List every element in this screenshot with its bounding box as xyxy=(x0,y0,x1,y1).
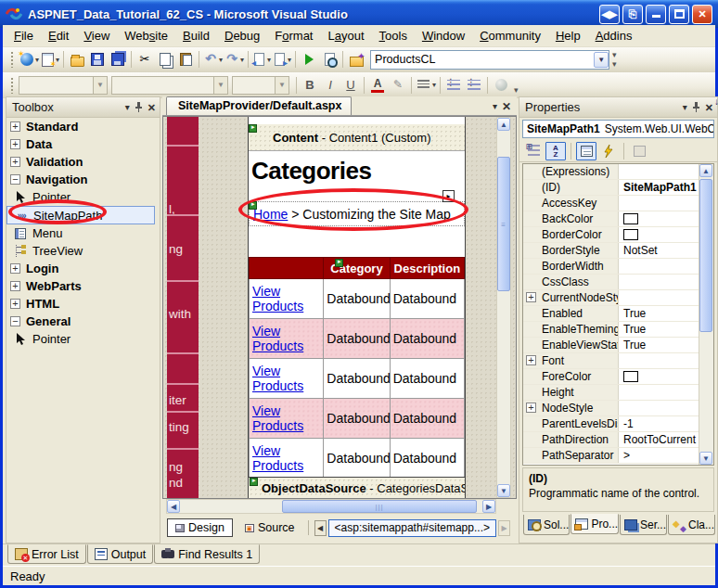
scroll-thumb[interactable]: ≡ xyxy=(497,157,510,291)
property-row-nodestyle[interactable]: +NodeStyle xyxy=(523,401,699,416)
window-menu-icon[interactable]: ▾ xyxy=(683,103,687,112)
underline-button[interactable]: U xyxy=(340,75,361,96)
close-document-icon[interactable]: ✕ xyxy=(502,102,511,111)
property-value[interactable]: SiteMapPath1 xyxy=(619,180,699,195)
save-button[interactable] xyxy=(87,49,108,70)
toolbox-section-html[interactable]: +HTML xyxy=(6,295,160,313)
tab-server-explorer[interactable]: Ser... xyxy=(620,515,667,535)
design-vertical-scrollbar[interactable]: ▲ ≡ ▼ xyxy=(496,117,511,498)
property-row-borderstyle[interactable]: BorderStyleNotSet xyxy=(523,243,699,259)
property-row-font[interactable]: +Font xyxy=(523,353,699,369)
menu-item-build[interactable]: Build xyxy=(175,26,217,45)
smart-glyph-icon[interactable] xyxy=(249,201,257,210)
menu-item-window[interactable]: Window xyxy=(415,26,472,45)
alignment-button[interactable]: ▾ xyxy=(415,75,437,96)
property-row-accesskey[interactable]: AccessKey xyxy=(523,196,699,211)
expand-icon[interactable]: + xyxy=(526,292,536,302)
font-name-combo[interactable]: ▼ xyxy=(111,76,228,95)
toolbar-grip[interactable] xyxy=(10,77,15,94)
property-row-forecolor[interactable]: ForeColor xyxy=(523,369,699,385)
tab-output[interactable]: Output xyxy=(87,544,154,564)
breadcrumb-home-link[interactable]: Home xyxy=(253,207,288,222)
toolbox-item-menu[interactable]: Menu xyxy=(6,224,160,242)
toolbox-section-navigation[interactable]: −Navigation xyxy=(6,171,160,188)
property-row-enabletheming[interactable]: EnableThemingTrue xyxy=(523,322,699,338)
property-value[interactable]: NotSet xyxy=(619,243,699,258)
property-row-enabled[interactable]: EnabledTrue xyxy=(523,306,699,322)
toolbox-section-login[interactable]: +Login xyxy=(6,260,160,277)
hyperlink-button[interactable] xyxy=(491,75,511,96)
combo-dropdown-icon[interactable]: ▼ xyxy=(594,52,609,68)
pane-switch-button[interactable]: ◀▶ xyxy=(599,5,620,24)
property-value[interactable] xyxy=(619,259,699,274)
toolbox-section-standard[interactable]: +Standard xyxy=(6,118,160,135)
open-website-button[interactable] xyxy=(346,49,366,70)
close-panel-icon[interactable]: ✕ xyxy=(705,103,713,112)
property-row-borderwidth[interactable]: BorderWidth xyxy=(523,259,699,275)
property-value[interactable] xyxy=(619,211,699,226)
target-rule-combo[interactable]: ▼ xyxy=(19,76,108,95)
navigate-forward-button[interactable]: ▾ xyxy=(272,49,292,70)
undo-button[interactable]: ↶▾ xyxy=(202,49,224,70)
property-value[interactable]: True xyxy=(619,306,699,321)
navigate-backward-button[interactable]: ▾ xyxy=(251,49,272,70)
expand-icon[interactable]: + xyxy=(10,139,20,149)
minimize-button[interactable] xyxy=(646,5,666,24)
property-value[interactable] xyxy=(619,275,699,289)
properties-view-button[interactable] xyxy=(576,142,596,160)
menu-item-website[interactable]: Website xyxy=(117,26,175,45)
property-row-bordercolor[interactable]: BorderColor xyxy=(523,227,699,243)
tag-navigator-button[interactable]: <asp:sitemappath#sitemapp...> xyxy=(328,519,496,537)
save-all-button[interactable] xyxy=(108,49,128,70)
toolbox-section-general[interactable]: −General xyxy=(6,313,160,330)
expand-icon[interactable]: + xyxy=(10,299,20,309)
sitemappath-control[interactable]: Home > Customizing the Site Map xyxy=(249,201,465,226)
events-button[interactable] xyxy=(598,142,619,160)
add-new-item-button[interactable]: ▾ xyxy=(40,49,60,70)
property-value[interactable] xyxy=(619,290,699,305)
collapse-icon[interactable]: − xyxy=(10,316,20,326)
expand-icon[interactable]: + xyxy=(10,281,20,291)
design-view-button[interactable]: Design xyxy=(167,518,233,537)
redo-button[interactable]: ↷▾ xyxy=(224,49,245,70)
scroll-left-icon[interactable]: ◀ xyxy=(167,500,180,513)
expand-icon[interactable]: + xyxy=(10,263,20,274)
property-row-expressions[interactable]: (Expressions) xyxy=(523,164,699,180)
property-value[interactable] xyxy=(619,353,699,368)
property-row-height[interactable]: Height xyxy=(523,385,699,401)
smart-glyph-icon[interactable] xyxy=(335,259,343,267)
design-horizontal-scrollbar[interactable]: ◀ ||| ▶ xyxy=(166,499,496,514)
scroll-thumb[interactable]: ||| xyxy=(282,500,477,513)
menu-item-help[interactable]: Help xyxy=(548,26,588,45)
view-products-link[interactable]: View Products xyxy=(252,364,303,393)
design-surface[interactable]: l,ngwithitertingngnd Content - Content1 … xyxy=(162,116,517,499)
expand-icon[interactable]: + xyxy=(526,355,536,365)
view-in-browser-button[interactable] xyxy=(319,49,340,70)
menu-item-addins[interactable]: Addins xyxy=(588,26,640,45)
export-window-button[interactable]: ⎘ xyxy=(622,5,643,24)
menu-item-layout[interactable]: Layout xyxy=(320,26,371,45)
scroll-down-icon[interactable]: ▼ xyxy=(497,484,510,497)
menu-item-format[interactable]: Format xyxy=(267,26,320,45)
property-value[interactable] xyxy=(619,227,699,242)
start-debugging-button[interactable] xyxy=(299,49,319,70)
view-products-link[interactable]: View Products xyxy=(252,403,303,433)
property-row-id[interactable]: (ID)SiteMapPath1 xyxy=(523,180,699,196)
menu-item-view[interactable]: View xyxy=(76,26,117,45)
property-value[interactable]: -1 xyxy=(619,416,699,431)
menu-item-edit[interactable]: Edit xyxy=(41,26,76,45)
toolbox-section-webparts[interactable]: +WebParts xyxy=(6,277,160,295)
property-row-cssclass[interactable]: CssClass xyxy=(523,275,699,290)
toolbox-item-pointer[interactable]: Pointer xyxy=(6,330,160,348)
color-swatch[interactable] xyxy=(623,213,638,224)
property-row-enableviewstate[interactable]: EnableViewStateTrue xyxy=(523,338,699,353)
cut-button[interactable]: ✂ xyxy=(135,49,155,70)
properties-scrollbar[interactable]: ▲ ▼ xyxy=(699,164,713,465)
property-value[interactable] xyxy=(619,401,699,415)
property-value[interactable]: True xyxy=(619,322,699,337)
scroll-down-icon[interactable]: ▼ xyxy=(699,452,712,465)
toolbox-item-pointer[interactable]: Pointer xyxy=(6,188,160,206)
property-value[interactable] xyxy=(619,196,699,211)
property-row-parentlevelsdispl[interactable]: ParentLevelsDispl-1 xyxy=(523,416,699,432)
toolbox-item-treeview[interactable]: TreeView xyxy=(6,242,160,260)
